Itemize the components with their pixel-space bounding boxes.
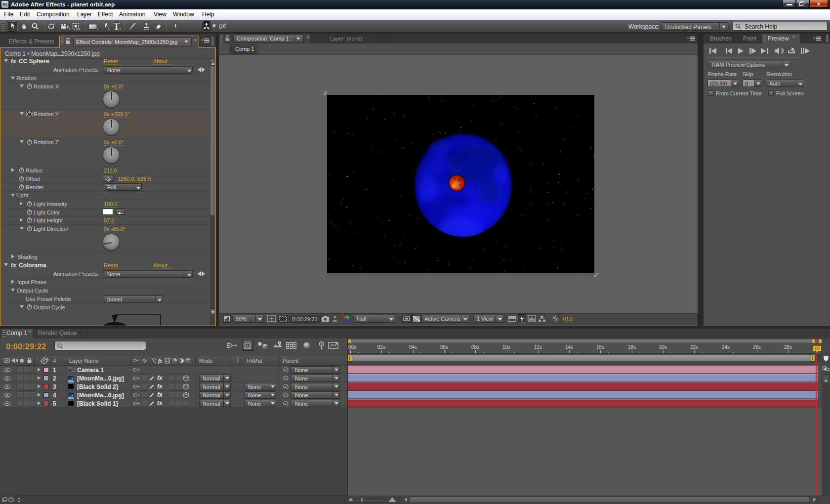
svg-text:fx: fx: [158, 358, 162, 364]
